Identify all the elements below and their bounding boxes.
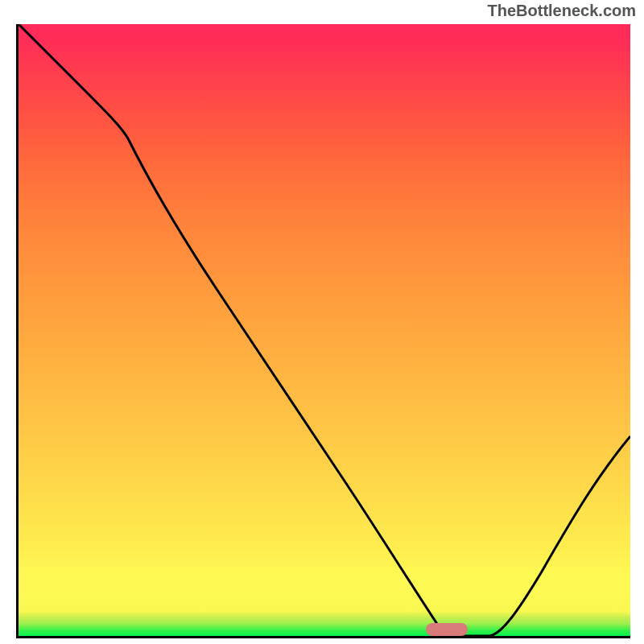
bottleneck-line-plot bbox=[19, 24, 630, 636]
chart-area bbox=[16, 24, 630, 638]
bottleneck-curve-path bbox=[19, 24, 630, 636]
watermark-label: TheBottleneck.com bbox=[488, 2, 636, 20]
optimal-range-marker bbox=[426, 623, 468, 636]
